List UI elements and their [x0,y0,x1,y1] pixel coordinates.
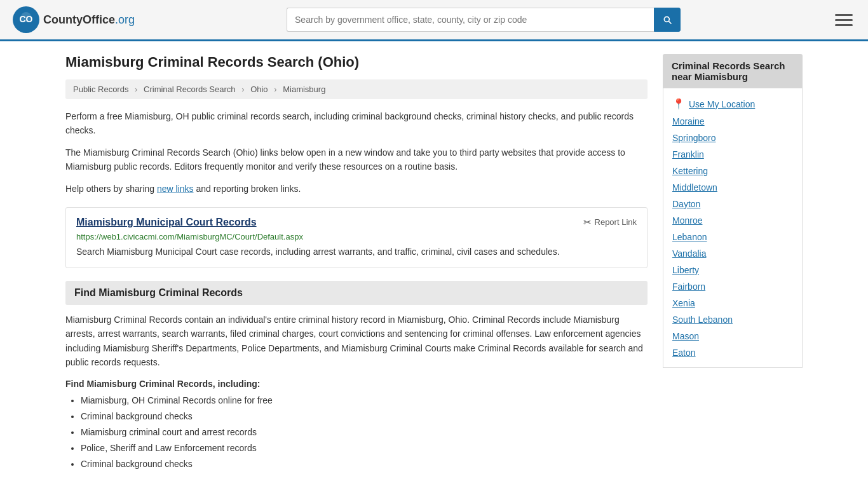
breadcrumb-ohio[interactable]: Ohio [250,85,268,94]
sidebar-link-moraine[interactable]: Moraine [663,113,802,130]
intro-text-1: Perform a free Miamisburg, OH public cri… [65,109,648,138]
breadcrumb-sep-1: › [135,85,137,94]
sidebar-header: Criminal Records Search near Miamisburg [663,54,803,88]
record-title-row: Miamisburg Municipal Court Records ✂ Rep… [76,217,637,228]
sidebar: Criminal Records Search near Miamisburg … [663,54,803,473]
sidebar-link-kettering[interactable]: Kettering [663,163,802,179]
intro-text-3: Help others by sharing new links and rep… [65,182,648,196]
search-area [287,8,681,32]
logo-text: CountyOffice.org [43,13,135,27]
search-icon [662,15,672,25]
record-block: Miamisburg Municipal Court Records ✂ Rep… [65,207,648,268]
content-area: Miamisburg Criminal Records Search (Ohio… [65,54,648,473]
sidebar-link-vandalia[interactable]: Vandalia [663,245,802,262]
report-link-button[interactable]: ✂ Report Link [583,217,637,228]
intro3-after-text: and reporting broken links. [194,184,301,194]
sidebar-link-springboro[interactable]: Springboro [663,130,802,146]
breadcrumb-miamisburg[interactable]: Miamisburg [283,85,325,94]
intro3-before-text: Help others by sharing [65,184,157,194]
search-input[interactable] [287,8,654,32]
sidebar-link-franklin[interactable]: Franklin [663,146,802,163]
sidebar-link-eaton[interactable]: Eaton [663,344,802,361]
list-item: Miamisburg, OH Criminal Records online f… [81,394,648,407]
breadcrumb-criminal-records-search[interactable]: Criminal Records Search [144,85,236,94]
list-item: Miamisburg criminal court and arrest rec… [81,426,648,439]
intro-text-2: The Miamisburg Criminal Records Search (… [65,146,648,174]
record-url[interactable]: https://web1.civicacmi.com/MiamisburgMC/… [76,232,637,241]
record-title-link[interactable]: Miamisburg Municipal Court Records [76,217,257,228]
location-pin-icon: 📍 [672,98,685,110]
bullet-list: Miamisburg, OH Criminal Records online f… [65,394,648,471]
breadcrumb-sep-2: › [241,85,244,94]
menu-icon-line2 [835,19,853,21]
sidebar-content: 📍 Use My Location Moraine Springboro Fra… [663,88,803,368]
list-item: Criminal background checks [81,410,648,423]
find-section-header: Find Miamisburg Criminal Records [65,281,648,305]
header: CO CountyOffice.org [0,0,868,41]
breadcrumb-sep-3: › [274,85,276,94]
menu-icon-line1 [835,14,853,16]
use-my-location-label: Use My Location [689,99,755,109]
report-link-label: Report Link [595,217,637,227]
including-title: Find Miamisburg Criminal Records, includ… [65,379,648,389]
logo-area: CO CountyOffice.org [13,6,135,33]
scissors-icon: ✂ [583,217,592,228]
sidebar-link-liberty[interactable]: Liberty [663,262,802,278]
main-container: Miamisburg Criminal Records Search (Ohio… [53,41,815,486]
use-my-location-item[interactable]: 📍 Use My Location [663,95,802,113]
logo-icon: CO [13,6,39,33]
new-links-link[interactable]: new links [157,184,194,194]
breadcrumb: Public Records › Criminal Records Search… [65,79,648,99]
list-item: Criminal background checks [81,458,648,471]
menu-icon-line3 [835,24,853,26]
sidebar-link-monroe[interactable]: Monroe [663,212,802,229]
search-button[interactable] [654,8,681,32]
menu-button[interactable] [832,11,855,29]
breadcrumb-public-records[interactable]: Public Records [73,85,128,94]
sidebar-link-lebanon[interactable]: Lebanon [663,229,802,245]
page-title: Miamisburg Criminal Records Search (Ohio… [65,54,648,71]
sidebar-link-south-lebanon[interactable]: South Lebanon [663,311,802,328]
record-description: Search Miamisburg Municipal Court case r… [76,245,637,259]
list-item: Police, Sheriff and Law Enforcement reco… [81,442,648,455]
sidebar-link-middletown[interactable]: Middletown [663,179,802,196]
sidebar-link-dayton[interactable]: Dayton [663,196,802,212]
svg-text:CO: CO [20,14,33,24]
sidebar-link-mason[interactable]: Mason [663,328,802,344]
sidebar-link-xenia[interactable]: Xenia [663,295,802,311]
find-section-body: Miamisburg Criminal Records contain an i… [65,313,648,370]
sidebar-link-fairborn[interactable]: Fairborn [663,278,802,295]
